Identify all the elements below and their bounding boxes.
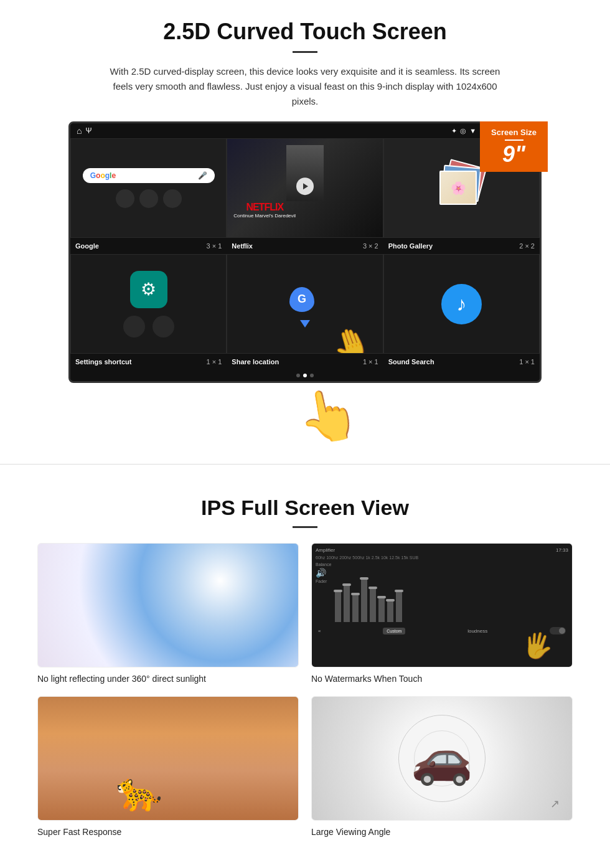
google-search-bar[interactable]: Google 🎤 bbox=[83, 168, 215, 183]
hand-touch-section: 👆 bbox=[68, 383, 542, 433]
play-button[interactable] bbox=[296, 177, 314, 195]
amplifier-image: Amplifier 17:33 60hz100hz200hz500hz1k2.5… bbox=[311, 543, 573, 668]
netflix-bg: NETFLIX Continue Marvel's Daredevil bbox=[227, 139, 382, 237]
share-location-cell[interactable]: G 🤚 bbox=[227, 254, 383, 354]
sound-app-size: 1 × 1 bbox=[519, 358, 535, 366]
device-frame: ⌂ Ψ ✦ ◎ ▼ 15:06 ⊡ ♪ ⊠ ▭ bbox=[68, 121, 542, 383]
sound-label-cell: Sound Search 1 × 1 bbox=[383, 356, 540, 367]
bar2 bbox=[344, 585, 350, 622]
section-ips: IPS Full Screen View No light reflecting… bbox=[0, 483, 610, 856]
bar-visual5 bbox=[370, 588, 376, 622]
wifi-icon: ▼ bbox=[469, 127, 476, 134]
circle1 bbox=[116, 189, 134, 208]
bar3 bbox=[352, 594, 359, 622]
google-circles bbox=[116, 189, 182, 208]
netflix-logo: NETFLIX bbox=[246, 202, 283, 212]
page-dots bbox=[70, 370, 540, 381]
feature-amplifier: Amplifier 17:33 60hz100hz200hz500hz1k2.5… bbox=[311, 543, 573, 684]
netflix-logo-area: NETFLIX Continue Marvel's Daredevil bbox=[233, 202, 296, 219]
google-label-cell: Google 3 × 1 bbox=[70, 240, 227, 252]
amp-freqs: 60hz100hz200hz500hz1k2.5k10k12.5k15kSUB bbox=[316, 555, 568, 560]
amp-title: Amplifier bbox=[316, 547, 335, 553]
bar-visual2 bbox=[344, 585, 350, 622]
status-bar: ⌂ Ψ ✦ ◎ ▼ 15:06 ⊡ ♪ ⊠ ▭ bbox=[70, 123, 540, 138]
s-circle2 bbox=[152, 316, 174, 337]
sound-search-cell[interactable]: ♪ bbox=[383, 254, 540, 354]
circle3 bbox=[163, 189, 182, 208]
settings-icon: ⚙ bbox=[130, 271, 167, 308]
section1-description: With 2.5D curved-display screen, this de… bbox=[106, 64, 504, 109]
maps-pointer bbox=[300, 320, 310, 328]
app-grid-row2: ⚙ G 🤚 bbox=[70, 254, 540, 354]
settings-app-name: Settings shortcut bbox=[75, 358, 131, 366]
sound-icon: ♪ bbox=[441, 284, 482, 324]
mic-icon: 🎤 bbox=[198, 171, 207, 180]
section1-title: 2.5D Curved Touch Screen bbox=[37, 19, 573, 45]
netflix-app-cell[interactable]: NETFLIX Continue Marvel's Daredevil bbox=[227, 138, 383, 238]
bar-visual4 bbox=[361, 578, 367, 622]
netflix-app-size: 3 × 2 bbox=[363, 242, 378, 250]
sunlight-visual bbox=[38, 544, 298, 667]
maps-teardrop: G bbox=[289, 287, 314, 312]
photo-stack: 🌸 bbox=[439, 163, 483, 213]
badge-size: 9" bbox=[491, 143, 537, 166]
circle2 bbox=[139, 189, 158, 208]
google-logo: Google bbox=[90, 171, 116, 180]
car-label: Large Viewing Angle bbox=[311, 827, 573, 837]
home-icon: ⌂ bbox=[77, 126, 82, 136]
amp-loudness: loudness bbox=[467, 628, 487, 634]
bar8 bbox=[396, 591, 402, 622]
dot1 bbox=[296, 374, 300, 377]
section-curved-screen: 2.5D Curved Touch Screen With 2.5D curve… bbox=[0, 0, 610, 445]
bar-visual6 bbox=[378, 597, 385, 622]
photo-card-front: 🌸 bbox=[439, 171, 477, 205]
amp-custom-btn: Custom bbox=[383, 628, 405, 634]
amp-bars bbox=[332, 562, 568, 625]
amp-back: « bbox=[318, 628, 321, 634]
bar1 bbox=[335, 591, 341, 622]
app-labels-row1: Google 3 × 1 Netflix 3 × 2 Photo Gallery… bbox=[70, 238, 540, 254]
amplifier-visual: Amplifier 17:33 60hz100hz200hz500hz1k2.5… bbox=[312, 544, 572, 667]
device-wrapper: Screen Size 9" ⌂ Ψ ✦ ◎ ▼ 15:06 ⊡ ♪ ⊠ ▭ bbox=[68, 121, 542, 433]
bar-visual8 bbox=[396, 591, 402, 622]
amp-toggle bbox=[550, 627, 566, 634]
feature-cheetah: 🐆 Super Fast Response bbox=[37, 696, 299, 837]
cheetah-image: 🐆 bbox=[37, 696, 299, 821]
bar4 bbox=[361, 578, 367, 622]
car-image: 🚗 ↗ bbox=[311, 696, 573, 821]
photo-app-name: Photo Gallery bbox=[388, 242, 433, 250]
bar6 bbox=[378, 597, 385, 622]
google-app-cell[interactable]: Google 🎤 bbox=[70, 138, 227, 238]
feature-grid: No light reflecting under 360° direct su… bbox=[37, 543, 573, 837]
bar-visual1 bbox=[335, 591, 341, 622]
maps-g-letter: G bbox=[298, 293, 306, 306]
settings-label-cell: Settings shortcut 1 × 1 bbox=[70, 356, 227, 367]
car-visual: 🚗 ↗ bbox=[312, 697, 572, 820]
bar-visual7 bbox=[387, 600, 393, 622]
amplifier-label: No Watermarks When Touch bbox=[311, 674, 573, 684]
page-divider bbox=[0, 464, 610, 465]
amp-hand-icon: 🖐 bbox=[520, 629, 555, 663]
section2-divider bbox=[293, 526, 317, 528]
photo-label-cell: Photo Gallery 2 × 2 bbox=[383, 240, 540, 252]
bar7 bbox=[387, 600, 393, 622]
feature-car: 🚗 ↗ Large Viewing Angle bbox=[311, 696, 573, 837]
s-circle1 bbox=[123, 316, 145, 337]
sound-app-name: Sound Search bbox=[388, 358, 434, 366]
car-icon: 🚗 bbox=[411, 729, 473, 788]
share-app-name: Share location bbox=[232, 358, 279, 366]
netflix-continue: Continue Marvel's Daredevil bbox=[233, 213, 296, 219]
amp-header: Amplifier 17:33 bbox=[316, 547, 568, 553]
car-arrow-icon: ↗ bbox=[550, 797, 560, 811]
bluetooth-icon: ✦ bbox=[451, 127, 457, 135]
sunlight-label: No light reflecting under 360° direct su… bbox=[37, 674, 299, 684]
maps-icon: G bbox=[289, 287, 321, 321]
share-label-cell: Share location 1 × 1 bbox=[227, 356, 383, 367]
dot3 bbox=[310, 374, 314, 377]
settings-app-cell[interactable]: ⚙ bbox=[70, 254, 227, 354]
screen-size-badge: Screen Size 9" bbox=[480, 121, 548, 172]
bar-visual3 bbox=[352, 594, 359, 622]
dot2 bbox=[303, 374, 307, 377]
hand-pointer-icon: 👆 bbox=[293, 382, 365, 450]
photo-app-size: 2 × 2 bbox=[519, 242, 535, 250]
